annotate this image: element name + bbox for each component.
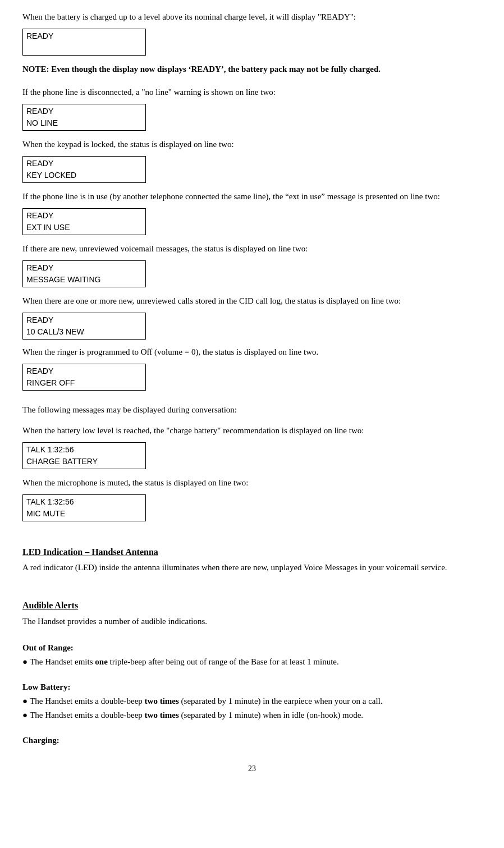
display-box-ringer: READY RINGER OFF xyxy=(22,364,146,391)
display-ext-in-use-line1: READY xyxy=(26,210,142,222)
display-ext-in-use-line2: EXT IN USE xyxy=(26,222,142,233)
audible-heading: Audible Alerts xyxy=(22,599,482,612)
intro-line: When the battery is charged up to a leve… xyxy=(22,11,482,23)
charge-battery-intro: When the battery low level is reached, t… xyxy=(22,425,482,437)
charging-heading: Charging: xyxy=(22,735,482,746)
message-waiting-intro: If there are new, unreviewed voicemail m… xyxy=(22,243,482,255)
display-ready-line2 xyxy=(26,42,142,54)
mic-mute-intro: When the microphone is muted, the status… xyxy=(22,477,482,489)
low-battery-heading: Low Battery: xyxy=(22,681,482,693)
ext-in-use-intro: If the phone line is in use (by another … xyxy=(22,191,482,203)
display-no-line-line2: NO LINE xyxy=(26,117,142,129)
display-box-key-locked: READY KEY LOCKED xyxy=(22,156,146,183)
display-charge-battery-line1: TALK 1:32:56 xyxy=(26,444,142,456)
out-of-range-bullet: The Handset emits one triple-beep after … xyxy=(22,656,482,668)
display-message-waiting-line1: READY xyxy=(26,262,142,274)
cid-intro: When there are one or more new, unreview… xyxy=(22,295,482,307)
key-locked-intro: When the keypad is locked, the status is… xyxy=(22,139,482,150)
display-box-ext-in-use: READY EXT IN USE xyxy=(22,208,146,235)
display-ready-line1: READY xyxy=(26,30,142,42)
display-no-line-line1: READY xyxy=(26,106,142,117)
out-of-range-heading: Out of Range: xyxy=(22,642,482,654)
ringer-intro: When the ringer is programmed to Off (vo… xyxy=(22,346,482,358)
display-ringer-line1: READY xyxy=(26,365,142,377)
display-box-mic-mute: TALK 1:32:56 MIC MUTE xyxy=(22,494,146,521)
display-box-ready: READY xyxy=(22,29,146,56)
display-box-charge-battery: TALK 1:32:56 CHARGE BATTERY xyxy=(22,442,146,469)
display-mic-mute-line1: TALK 1:32:56 xyxy=(26,496,142,508)
note-text: NOTE: Even though the display now displa… xyxy=(22,63,482,75)
display-message-waiting-line2: MESSAGE WAITING xyxy=(26,274,142,286)
display-charge-battery-line2: CHARGE BATTERY xyxy=(26,456,142,467)
display-box-message-waiting: READY MESSAGE WAITING xyxy=(22,260,146,287)
led-heading: LED Indication – Handset Antenna xyxy=(22,546,482,558)
low-battery-bullet2: The Handset emits a double-beep two time… xyxy=(22,709,482,721)
no-line-intro: If the phone line is disconnected, a "no… xyxy=(22,86,482,98)
audible-body: The Handset provides a number of audible… xyxy=(22,616,482,627)
display-ringer-line2: RINGER OFF xyxy=(26,377,142,389)
display-mic-mute-line2: MIC MUTE xyxy=(26,508,142,520)
display-key-locked-line2: KEY LOCKED xyxy=(26,169,142,181)
page-content: When the battery is charged up to a leve… xyxy=(22,11,482,774)
display-box-no-line: READY NO LINE xyxy=(22,104,146,131)
display-key-locked-line1: READY xyxy=(26,158,142,169)
display-box-cid: READY 10 CALL/3 NEW xyxy=(22,313,146,340)
low-battery-bullet1: The Handset emits a double-beep two time… xyxy=(22,695,482,707)
display-cid-line2: 10 CALL/3 NEW xyxy=(26,326,142,338)
display-cid-line1: READY xyxy=(26,314,142,326)
conversation-intro: The following messages may be displayed … xyxy=(22,404,482,416)
led-body: A red indicator (LED) inside the antenna… xyxy=(22,562,482,574)
page-number: 23 xyxy=(22,763,482,774)
